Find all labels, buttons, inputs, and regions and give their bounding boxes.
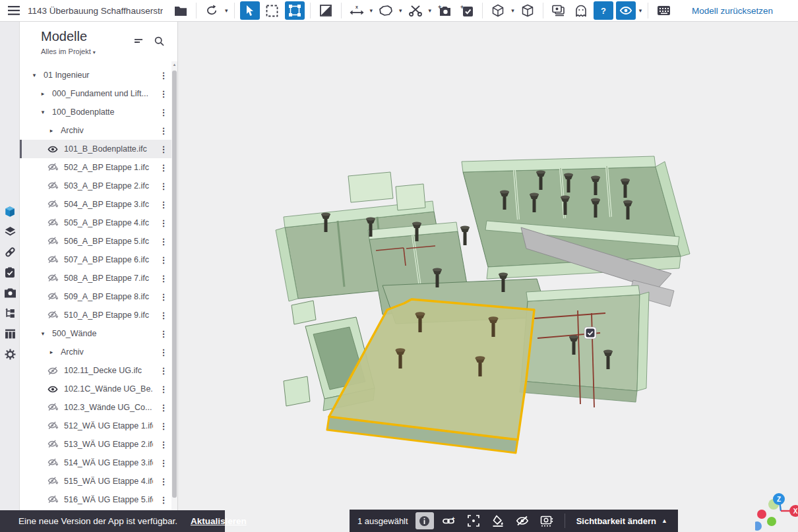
visibility-toggle-icon[interactable]	[47, 218, 59, 228]
item-menu-button[interactable]: ⋮	[158, 126, 169, 136]
visibility-toggle-icon[interactable]	[47, 310, 59, 320]
markup-caret[interactable]: ▾	[397, 7, 404, 14]
visibility-toggle-icon[interactable]	[47, 439, 59, 450]
axis-gizmo[interactable]: Z X	[755, 491, 798, 532]
visibility-toggle-icon[interactable]	[47, 236, 59, 247]
tree-item[interactable]: 508_A_BP Etappe 7.ifc ⋮	[20, 269, 173, 287]
folder-button[interactable]	[171, 1, 191, 20]
tree-item[interactable]: ▸ Archiv ⋮	[20, 121, 173, 140]
visibility-toggle-icon[interactable]	[47, 273, 59, 283]
update-action-link[interactable]: Aktualisieren	[191, 516, 247, 526]
tree-item[interactable]: 102.1C_Wände UG_Be... ⋮	[20, 380, 173, 398]
axis-x-handle[interactable]: X	[789, 505, 798, 517]
expand-caret[interactable]: ▾	[39, 330, 47, 337]
section-cut-button[interactable]	[406, 1, 425, 20]
help-marker-button[interactable]: ?	[594, 1, 613, 20]
item-menu-button[interactable]: ⋮	[158, 163, 169, 173]
zoom-to-selection-button[interactable]	[464, 512, 483, 529]
snapshot-button[interactable]: +	[435, 1, 454, 20]
menu-button[interactable]	[4, 1, 24, 20]
orbit-caret[interactable]: ▾	[223, 7, 230, 14]
visibility-toggle-icon[interactable]	[47, 254, 59, 265]
rail-item-models[interactable]	[0, 201, 20, 222]
tree-item[interactable]: ▸ Archiv ⋮	[20, 343, 173, 361]
tree-item[interactable]: ▾ 01 Ingenieur ⋮	[20, 66, 173, 84]
model-3d-scene[interactable]	[178, 22, 798, 532]
scroll-up-arrow[interactable]: ▲	[171, 63, 177, 67]
selected-slab[interactable]	[327, 299, 534, 453]
tree-item[interactable]: 101_B_Bodenplatte.ifc ⋮	[20, 140, 173, 158]
check-marker-badge[interactable]	[584, 327, 596, 339]
hide-selection-button[interactable]	[513, 512, 532, 529]
item-menu-button[interactable]: ⋮	[158, 310, 169, 320]
marquee-select-button[interactable]	[262, 1, 282, 20]
tree-item[interactable]: 510_A_BP Etappe 9.ifc ⋮	[20, 306, 173, 324]
tree-item[interactable]: ▸ 000_Fundament und Lift... ⋮	[20, 84, 173, 103]
item-menu-button[interactable]: ⋮	[158, 366, 169, 376]
sidebar-scrollbar[interactable]: ▲	[171, 61, 177, 532]
scrollbar-thumb[interactable]	[172, 71, 177, 498]
item-menu-button[interactable]: ⋮	[158, 274, 169, 283]
visibility-toggle-icon[interactable]	[47, 476, 59, 487]
visibility-eye-button[interactable]	[616, 1, 636, 20]
reset-model-link[interactable]: Modell zurücksetzen	[692, 6, 773, 16]
visibility-toggle-icon[interactable]	[47, 384, 59, 394]
item-menu-button[interactable]: ⋮	[158, 218, 169, 228]
tree-item[interactable]: 514_WÄ UG Etappe 3.ifc ⋮	[20, 454, 173, 472]
item-menu-button[interactable]: ⋮	[158, 255, 169, 265]
tree-item[interactable]: 509_A_BP Etappe 8.ifc ⋮	[20, 287, 173, 306]
sort-button[interactable]	[133, 36, 144, 49]
measure-caret[interactable]: ▾	[368, 7, 375, 14]
visibility-toggle-icon[interactable]	[47, 181, 59, 191]
visibility-toggle-icon[interactable]	[47, 458, 59, 468]
tree-item[interactable]: ▾ 500_Wände ⋮	[20, 324, 173, 343]
visibility-caret[interactable]: ▾	[637, 7, 644, 14]
visibility-toggle-icon[interactable]	[47, 494, 59, 505]
tree-item[interactable]: 503_A_BP Etappe 2.ifc ⋮	[20, 177, 173, 195]
rail-item-todos[interactable]	[0, 262, 20, 283]
tree-item[interactable]: 513_WÄ UG Etappe 2.ifc ⋮	[20, 435, 173, 454]
item-menu-button[interactable]: ⋮	[158, 329, 169, 339]
item-menu-button[interactable]: ⋮	[158, 440, 169, 450]
info-button[interactable]	[415, 512, 434, 529]
tree-item[interactable]: 515_WÄ UG Etappe 4.ifc ⋮	[20, 472, 173, 490]
tree-item[interactable]: 512_WÄ UG Etappe 1.ifc ⋮	[20, 417, 173, 435]
todo-button[interactable]: +	[457, 1, 477, 20]
item-menu-button[interactable]: ⋮	[158, 495, 169, 505]
item-menu-button[interactable]: ⋮	[158, 458, 169, 468]
rail-item-layers[interactable]	[0, 222, 20, 242]
paint-bucket-button[interactable]	[489, 512, 507, 529]
transform-select-button[interactable]	[285, 1, 305, 20]
item-menu-button[interactable]: ⋮	[158, 237, 169, 247]
expand-caret[interactable]: ▸	[47, 349, 55, 355]
tree-item[interactable]: 502_A_BP Etappe 1.ifc ⋮	[20, 158, 173, 177]
visibility-toggle-icon[interactable]	[47, 144, 59, 154]
item-menu-button[interactable]: ⋮	[158, 477, 169, 487]
view-cube-caret[interactable]: ▾	[509, 7, 516, 14]
item-menu-button[interactable]: ⋮	[158, 403, 169, 413]
contrast-button[interactable]	[316, 1, 336, 20]
item-menu-button[interactable]: ⋮	[158, 181, 169, 191]
rail-item-snapshots[interactable]	[0, 283, 20, 303]
tree-item[interactable]: 505_A_BP Etappe 4.ifc ⋮	[20, 214, 173, 232]
view-cube-button[interactable]	[488, 1, 508, 20]
tree-item[interactable]: 516_WÄ UG Etappe 5.ifc ⋮	[20, 490, 173, 509]
item-menu-button[interactable]: ⋮	[158, 144, 169, 154]
rail-item-settings[interactable]	[0, 344, 20, 365]
ghost-button[interactable]	[571, 1, 591, 20]
visibility-toggle-icon[interactable]	[47, 365, 59, 376]
item-menu-button[interactable]: ⋮	[158, 421, 169, 431]
item-menu-button[interactable]: ⋮	[158, 71, 169, 80]
change-visibility-button[interactable]: Sichtbarkeit ändern ▲	[574, 516, 670, 526]
screenshot-settings-button[interactable]	[537, 512, 556, 529]
tree-item[interactable]: 504_A_BP Etappe 3.ifc ⋮	[20, 195, 173, 214]
screens-button[interactable]	[549, 1, 568, 20]
item-menu-button[interactable]: ⋮	[158, 89, 169, 99]
item-menu-button[interactable]: ⋮	[158, 292, 169, 302]
expand-caret[interactable]: ▾	[30, 72, 38, 78]
model-cube-button[interactable]	[518, 1, 537, 20]
measure-button[interactable]: x	[347, 1, 367, 20]
tree-item[interactable]: ▾ 100_Bodenplatte ⋮	[20, 103, 173, 121]
axis-z-handle[interactable]: Z	[773, 493, 785, 505]
visibility-toggle-icon[interactable]	[47, 199, 59, 210]
